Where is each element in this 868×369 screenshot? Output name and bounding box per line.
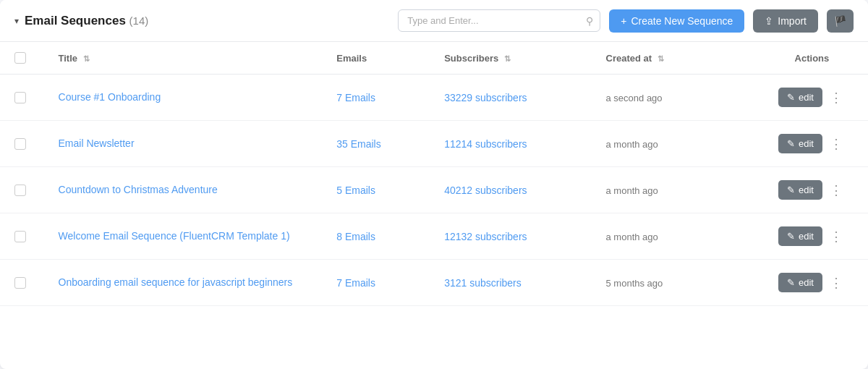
subscribers-sort-icon[interactable]: ⇅ xyxy=(504,54,511,64)
row-emails-cell: 7 Emails xyxy=(325,260,433,306)
created-date: a month ago xyxy=(606,139,658,150)
sequence-title-link[interactable]: Onboarding email sequence for javascript… xyxy=(59,276,293,288)
row-title-cell: Onboarding email sequence for javascript… xyxy=(47,260,326,306)
col-header-title[interactable]: Title ⇅ xyxy=(47,42,326,75)
col-header-subscribers[interactable]: Subscribers ⇅ xyxy=(433,42,594,75)
subscriber-count: 40212 subscribers xyxy=(444,184,527,196)
flag-icon: 🏴 xyxy=(834,15,846,27)
edit-icon: ✎ xyxy=(787,138,795,149)
edit-label: edit xyxy=(799,138,814,149)
more-options-button[interactable]: ⋮ xyxy=(827,90,846,106)
table-row: Countdown to Christmas Adventure 5 Email… xyxy=(0,167,868,213)
header-checkbox-cell xyxy=(0,42,47,75)
email-count: 7 Emails xyxy=(336,277,375,289)
table-row: Course #1 Onboarding 7 Emails 33229 subs… xyxy=(0,75,868,121)
row-subscribers-cell: 12132 subscribers xyxy=(433,213,594,260)
row-emails-cell: 7 Emails xyxy=(325,75,433,121)
row-checkbox-cell xyxy=(0,121,47,167)
table-row: Welcome Email Sequence (FluentCRM Templa… xyxy=(0,213,868,260)
row-created-cell: a second ago xyxy=(595,75,756,121)
edit-label: edit xyxy=(799,184,814,195)
more-options-button[interactable]: ⋮ xyxy=(827,136,846,152)
row-checkbox-cell xyxy=(0,167,47,213)
more-options-button[interactable]: ⋮ xyxy=(827,275,846,291)
actions-group: ✎ edit ⋮ xyxy=(767,88,856,107)
row-checkbox[interactable] xyxy=(14,92,26,103)
edit-button[interactable]: ✎ edit xyxy=(778,134,822,153)
row-emails-cell: 8 Emails xyxy=(325,213,433,260)
sequence-title-link[interactable]: Welcome Email Sequence (FluentCRM Templa… xyxy=(59,230,290,242)
row-subscribers-cell: 33229 subscribers xyxy=(433,75,594,121)
actions-group: ✎ edit ⋮ xyxy=(767,134,856,153)
row-checkbox[interactable] xyxy=(14,231,26,242)
title-sort-icon[interactable]: ⇅ xyxy=(83,54,90,64)
edit-button[interactable]: ✎ edit xyxy=(778,88,822,107)
more-options-button[interactable]: ⋮ xyxy=(827,182,846,198)
search-wrapper: ⚲ xyxy=(398,9,600,32)
page-header: ▾ Email Sequences (14) ⚲ + Create New Se… xyxy=(0,0,868,42)
row-emails-cell: 35 Emails xyxy=(325,121,433,167)
row-created-cell: a month ago xyxy=(595,167,756,213)
created-sort-icon[interactable]: ⇅ xyxy=(658,54,664,64)
edit-button[interactable]: ✎ edit xyxy=(778,226,822,246)
row-title-cell: Welcome Email Sequence (FluentCRM Templa… xyxy=(47,213,326,260)
subscriber-count: 33229 subscribers xyxy=(444,92,527,103)
row-actions-cell: ✎ edit ⋮ xyxy=(756,213,868,260)
edit-icon: ✎ xyxy=(787,277,795,288)
edit-icon: ✎ xyxy=(787,231,795,242)
row-title-cell: Countdown to Christmas Adventure xyxy=(47,167,326,213)
row-checkbox-cell xyxy=(0,75,47,121)
col-header-created[interactable]: Created at ⇅ xyxy=(595,42,756,75)
row-checkbox-cell xyxy=(0,260,47,306)
sequence-title-link[interactable]: Email Newsletter xyxy=(59,137,135,149)
row-created-cell: a month ago xyxy=(595,121,756,167)
row-subscribers-cell: 3121 subscribers xyxy=(433,260,594,306)
plus-icon: + xyxy=(621,15,626,27)
actions-group: ✎ edit ⋮ xyxy=(767,273,856,292)
email-count: 5 Emails xyxy=(336,184,375,196)
import-label: Import xyxy=(778,15,807,27)
row-emails-cell: 5 Emails xyxy=(325,167,433,213)
row-created-cell: a month ago xyxy=(595,213,756,260)
search-input[interactable] xyxy=(398,9,600,32)
flag-button[interactable]: 🏴 xyxy=(827,9,854,33)
email-count: 35 Emails xyxy=(336,138,380,150)
row-checkbox[interactable] xyxy=(14,138,26,150)
email-count: 7 Emails xyxy=(336,92,375,103)
select-all-checkbox[interactable] xyxy=(14,52,26,64)
created-date: a month ago xyxy=(606,185,658,196)
row-actions-cell: ✎ edit ⋮ xyxy=(756,260,868,306)
created-date: a second ago xyxy=(606,93,663,103)
row-checkbox[interactable] xyxy=(14,277,26,289)
create-sequence-button[interactable]: + Create New Sequence xyxy=(609,9,744,33)
edit-icon: ✎ xyxy=(787,184,795,195)
edit-label: edit xyxy=(799,92,814,103)
row-subscribers-cell: 40212 subscribers xyxy=(433,167,594,213)
row-checkbox[interactable] xyxy=(14,184,26,196)
collapse-icon[interactable]: ▾ xyxy=(14,16,19,26)
row-actions-cell: ✎ edit ⋮ xyxy=(756,75,868,121)
col-header-emails: Emails xyxy=(325,42,433,75)
upload-icon: ⇪ xyxy=(765,15,773,27)
sequence-title-link[interactable]: Course #1 Onboarding xyxy=(59,91,161,103)
more-options-button[interactable]: ⋮ xyxy=(827,229,846,245)
sequence-count: (14) xyxy=(129,14,149,27)
edit-button[interactable]: ✎ edit xyxy=(778,180,822,200)
created-date: a month ago xyxy=(606,232,658,242)
title-text: Email Sequences xyxy=(25,14,126,27)
edit-label: edit xyxy=(799,231,814,242)
row-actions-cell: ✎ edit ⋮ xyxy=(756,167,868,213)
edit-icon: ✎ xyxy=(787,92,795,103)
edit-button[interactable]: ✎ edit xyxy=(778,273,822,292)
sequence-title-link[interactable]: Countdown to Christmas Adventure xyxy=(59,184,218,195)
created-date: 5 months ago xyxy=(606,278,663,289)
row-title-cell: Email Newsletter xyxy=(47,121,326,167)
actions-group: ✎ edit ⋮ xyxy=(767,226,856,246)
subscriber-count: 12132 subscribers xyxy=(444,231,527,242)
row-title-cell: Course #1 Onboarding xyxy=(47,75,326,121)
import-button[interactable]: ⇪ Import xyxy=(753,9,818,33)
create-label: Create New Sequence xyxy=(631,15,733,27)
table-row: Onboarding email sequence for javascript… xyxy=(0,260,868,306)
title-area: ▾ Email Sequences (14) xyxy=(14,14,148,28)
sequences-table: Title ⇅ Emails Subscribers ⇅ Created at … xyxy=(0,42,868,306)
